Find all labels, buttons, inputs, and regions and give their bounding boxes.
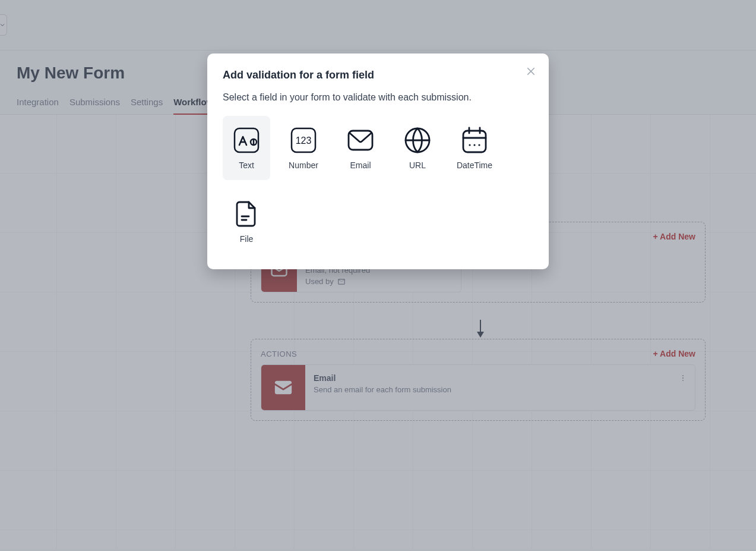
text-field-icon	[232, 126, 261, 155]
svg-point-22	[478, 144, 480, 146]
svg-point-21	[473, 144, 475, 146]
datetime-field-icon	[460, 126, 489, 155]
field-option-label: Number	[289, 160, 318, 170]
field-type-grid: Text 123 Number	[223, 116, 533, 254]
svg-point-20	[469, 144, 470, 146]
add-validation-modal: Add validation for a form field Select a…	[207, 53, 549, 269]
file-field-icon	[232, 200, 261, 228]
email-field-icon	[346, 126, 375, 155]
modal-subtitle: Select a field in your form to validate …	[223, 92, 533, 103]
field-option-email[interactable]: Email	[337, 116, 384, 180]
modal-overlay[interactable]: Add validation for a form field Select a…	[0, 0, 756, 551]
svg-rect-11	[235, 128, 258, 152]
field-option-label: File	[240, 234, 254, 244]
field-option-label: Email	[350, 160, 371, 170]
field-option-label: Text	[239, 160, 254, 170]
field-option-file[interactable]: File	[223, 190, 270, 254]
close-icon	[526, 66, 536, 77]
modal-title: Add validation for a form field	[223, 69, 533, 81]
svg-text:123: 123	[296, 136, 312, 146]
field-option-label: DateTime	[457, 160, 492, 170]
svg-rect-16	[463, 131, 486, 152]
field-option-url[interactable]: URL	[394, 116, 441, 180]
field-option-datetime[interactable]: DateTime	[451, 116, 498, 180]
svg-rect-14	[349, 131, 372, 150]
field-option-text[interactable]: Text	[223, 116, 270, 180]
field-option-number[interactable]: 123 Number	[280, 116, 327, 180]
url-field-icon	[403, 126, 432, 155]
field-option-label: URL	[409, 160, 426, 170]
modal-close-button[interactable]	[524, 64, 538, 78]
number-field-icon: 123	[289, 126, 318, 155]
